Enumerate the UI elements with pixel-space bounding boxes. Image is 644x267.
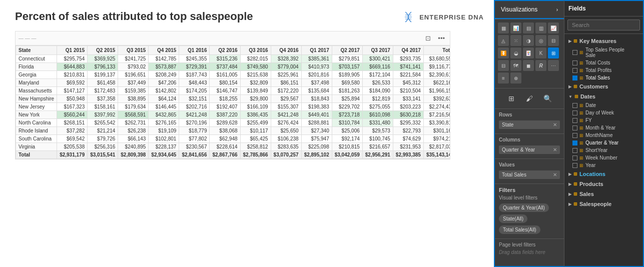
viz-pie-icon[interactable]: ◑ [523, 35, 534, 46]
viz-map-icon[interactable]: 🗺 [510, 60, 521, 71]
section-table-icon: ⊞ [573, 202, 577, 206]
field-checkbox [572, 148, 577, 153]
field-item-week-number[interactable]: ⊞Week Number [564, 154, 643, 162]
section-chevron-icon: ▶ [568, 192, 571, 196]
field-checkbox [572, 110, 577, 116]
viz-donut-icon[interactable]: ◎ [535, 35, 546, 46]
section-table-icon: ⊞ [574, 94, 578, 99]
viz-card-icon[interactable]: 🃏 [523, 48, 534, 58]
visualizations-panel: Visualizations › ▦ 📊 ▤ ▥ 📈 ◬ ⁙ ◑ ◎ ⊟ ⏬ ◒ [494, 0, 564, 267]
dna-icon [401, 10, 415, 24]
table-row: Florida$644,883$796,133$793,02$573,887$7… [16, 63, 451, 71]
viz-kpi-icon[interactable]: K [535, 48, 546, 58]
col-q4-2015: Q4 2015 [149, 46, 179, 55]
rows-section: Rows State ✕ [495, 109, 564, 134]
rows-field-remove[interactable]: ✕ [553, 122, 557, 128]
fields-section-salespeople[interactable]: ▶⊞Salespeople [564, 199, 643, 209]
viz-funnel-icon[interactable]: ⏬ [498, 48, 509, 58]
col-q1-2017: Q1 2017 [301, 46, 332, 55]
fields-panel: Fields ▶⊞Key Measures⊞Top Sales People S… [564, 0, 644, 267]
field-item-total-costs[interactable]: ⊞Total Costs [564, 59, 643, 66]
table-row: Rhode Island$37,282$21,214$26,238$19,109… [16, 127, 451, 135]
viz-r-icon[interactable]: R [535, 60, 546, 71]
field-item-day-of-week[interactable]: ⊞Day of Week [564, 109, 643, 116]
viz-bar-icon[interactable]: ▦ [498, 22, 509, 34]
field-item-shortyear[interactable]: ⊞ShortYear [564, 146, 643, 154]
fields-section-products[interactable]: ▶⊞Products [564, 179, 643, 189]
columns-field-remove[interactable]: ✕ [553, 147, 557, 152]
fields-section-locations[interactable]: ▶⊞Locations [564, 169, 643, 179]
field-item-quarter-&-year[interactable]: ⊞Quarter & Year [564, 139, 643, 146]
section-chevron-icon: ▶ [568, 84, 571, 89]
table-row: Georgia$210,831$199,137$196,651$208,249$… [16, 71, 451, 79]
table-row: Massachusetts$147,127$172,483$159,385$14… [16, 87, 451, 95]
columns-field-chip[interactable]: Quarter & Year ✕ [499, 146, 560, 154]
panel-tools: ⊞ 🖌 🔍 [495, 88, 564, 109]
field-item-date[interactable]: ⊞Date [564, 102, 643, 109]
viz-column-icon[interactable]: 📊 [510, 22, 521, 34]
fields-section-key-measures[interactable]: ▶⊞Key Measures [564, 36, 643, 46]
page-filters-section: Page level filters Drag data fields here [495, 239, 564, 258]
col-q2-2016: Q2 2016 [210, 46, 240, 55]
section-chevron-icon: ▼ [568, 94, 572, 99]
table-row: Virginia$205,538$256,316$240,895$228,137… [16, 143, 451, 151]
viz-row-1: ▦ 📊 ▤ ▥ 📈 [498, 22, 561, 34]
filter-chip-state[interactable]: State(All) [499, 214, 527, 223]
field-item-monthname[interactable]: ⊞MonthName [564, 132, 643, 139]
field-type-icon: ⊞ [579, 118, 583, 123]
analytics-tool-btn[interactable]: 🔍 [540, 92, 554, 106]
viz-stacked-bar-icon[interactable]: ▤ [523, 22, 534, 34]
col-q2-2017: Q2 2017 [332, 46, 362, 55]
viz-custom-icon[interactable]: ⋯ [548, 60, 559, 71]
table-row: Connecticut$295,754$369,925$241,725$142,… [16, 55, 451, 63]
field-checkbox [572, 163, 577, 168]
section-chevron-icon: ▶ [568, 172, 571, 176]
table-row: New Hampshire$50,948$37,358$38,895$64,12… [16, 95, 451, 103]
section-chevron-icon: ▶ [568, 39, 571, 44]
filters-section: Filters Visual level filters Quarter & Y… [495, 184, 564, 239]
viz-area-icon[interactable]: ◬ [498, 35, 509, 46]
search-input[interactable] [567, 20, 640, 30]
field-type-icon: ⊞ [579, 50, 583, 55]
fields-section-sales[interactable]: ▶⊞Sales [564, 189, 643, 199]
field-type-icon: ⊞ [579, 60, 583, 66]
field-item-total-sales[interactable]: ⊞Total Sales [564, 74, 643, 82]
viz-filled-map-icon[interactable]: ◼ [523, 60, 534, 71]
col-q3-2015: Q3 2015 [118, 46, 149, 55]
fields-tool-btn[interactable]: ⊞ [504, 92, 518, 106]
rows-field-chip[interactable]: State ✕ [499, 120, 560, 129]
viz-slicer-icon[interactable]: ≡ [498, 72, 509, 84]
fields-section-customers[interactable]: ▶⊞Customers [564, 82, 643, 92]
viz-treemap-icon[interactable]: ⊟ [548, 35, 559, 46]
field-item-month-&-year[interactable]: ⊞Month & Year [564, 124, 643, 132]
viz-more-icon[interactable]: ⊕ [510, 72, 521, 84]
viz-table-icon[interactable]: ⊞ [548, 48, 559, 58]
field-checkbox [572, 126, 577, 130]
col-q3-2017: Q3 2017 [362, 46, 393, 55]
fields-section-dates[interactable]: ▼⊞Dates [564, 92, 643, 102]
field-item-top-sales-people-sale[interactable]: ⊞Top Sales People Sale [564, 46, 643, 59]
viz-line-icon[interactable]: 📈 [548, 22, 559, 34]
field-item-fy[interactable]: ⊞FY [564, 116, 643, 124]
format-tool-btn[interactable]: 🖌 [522, 92, 536, 106]
col-q4-2016: Q4 2016 [271, 46, 301, 55]
filter-chip-totalsales[interactable]: Total Sales(All) [499, 226, 540, 234]
values-field-chip[interactable]: Total Sales ✕ [499, 170, 560, 179]
table-row: North Carolina$268,151$265,542$262,731$2… [16, 119, 451, 127]
more-options-button[interactable]: ••• [436, 34, 447, 43]
filter-chip-quarter[interactable]: Quarter & Year(All) [499, 204, 549, 212]
values-field-remove[interactable]: ✕ [553, 172, 557, 178]
viz-scatter-icon[interactable]: ⁙ [510, 35, 521, 46]
col-q1-2015: Q1 2015 [57, 46, 88, 55]
viz-matrix-icon[interactable]: ⊟ [498, 60, 509, 71]
viz-stacked-col-icon[interactable]: ▥ [535, 22, 546, 34]
sales-table: State Q1 2015 Q2 2015 Q3 2015 Q4 2015 Q1… [16, 46, 450, 159]
field-type-icon: ⊞ [579, 163, 583, 168]
field-item-year[interactable]: ⊞Year [564, 162, 643, 169]
field-type-icon: ⊞ [579, 126, 583, 130]
fields-search-area [564, 16, 643, 34]
field-item-total-profits[interactable]: ⊞Total Profits [564, 66, 643, 74]
tab-visualizations[interactable]: Visualizations › [495, 1, 564, 19]
viz-gauge-icon[interactable]: ◒ [510, 48, 521, 58]
expand-button[interactable]: ⊡ [423, 34, 433, 43]
